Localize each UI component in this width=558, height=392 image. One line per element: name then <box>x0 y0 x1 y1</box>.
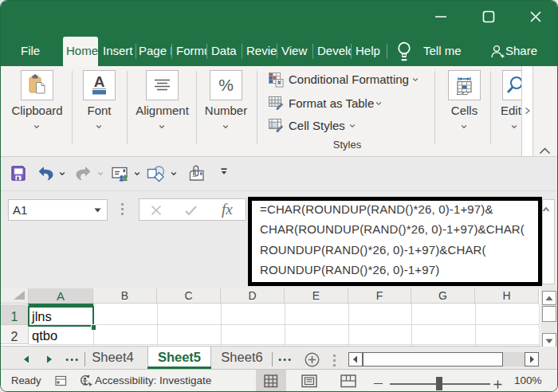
svg-text:%: % <box>218 76 234 94</box>
svg-text:A: A <box>94 73 105 90</box>
